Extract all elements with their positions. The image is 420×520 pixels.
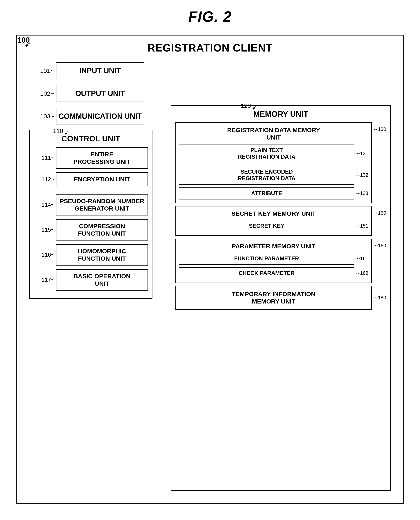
reg-data-outer-box: REGISTRATION DATA MEMORYUNIT PLAIN TEXTR… [175,122,372,203]
ref-114: 114~ [34,202,54,208]
control-unit-label: CONTROL UNIT [34,132,148,143]
ref-116: 116~ [34,252,54,258]
ref-162: ∼162 [356,270,368,276]
prng-box: PSEUDO-RANDOM NUMBERGENERATOR UNIT [56,194,148,215]
memory-unit-container: MEMORY UNIT REGISTRATION DATA MEMORYUNIT… [171,105,391,491]
plain-text-row: PLAIN TEXTREGISTRATION DATA ∼131 [179,144,368,163]
basic-op-row: 117~ BASIC OPERATIONUNIT [34,269,148,291]
encryption-row: 112~ ENCRYPTION UNIT [34,172,148,186]
ref-115: 115~ [34,226,54,233]
output-unit-box: OUTPUT UNIT [56,85,144,102]
plain-text-box: PLAIN TEXTREGISTRATION DATA [179,144,354,163]
parameter-section: PARAMETER MEMORY UNIT FUNCTION PARAMETER… [175,239,386,283]
parameter-outer-box: PARAMETER MEMORY UNIT FUNCTION PARAMETER… [175,239,372,283]
reg-client-label: REGISTRATION CLIENT [17,36,403,58]
attribute-box: ATTRIBUTE [179,187,354,199]
ref-111: 111~ [34,155,54,161]
function-param-row: FUNCTION PARAMETER ∼161 [179,253,368,265]
secret-key-box: SECRET KEY [179,220,354,232]
entire-processing-row: 111~ ENTIREPROCESSING UNIT [34,147,148,169]
compression-row: 115~ COMPRESSIONFUNCTION UNIT [34,219,148,241]
function-param-box: FUNCTION PARAMETER [179,253,354,265]
ref-132: ∼132 [356,172,368,178]
secure-encoded-box: SECURE ENCODEDREGISTRATION DATA [179,166,354,185]
attribute-row: ATTRIBUTE ∼133 [179,187,368,199]
check-param-box: CHECK PARAMETER [179,267,354,279]
ref-117: 117~ [34,277,54,283]
page: FIG. 2 100 ➹ REGISTRATION CLIENT 101~ IN… [0,0,420,520]
ref-133: ∼133 [356,190,368,196]
outer-container: REGISTRATION CLIENT 101~ INPUT UNIT 102~… [16,35,404,504]
left-col: 101~ INPUT UNIT 102~ OUTPUT UNIT 103~ CO… [29,62,144,131]
control-unit-container: CONTROL UNIT 111~ ENTIREPROCESSING UNIT … [29,130,152,299]
ref-103: 103~ [29,113,54,120]
encryption-box: ENCRYPTION UNIT [56,172,148,186]
memory-unit-label: MEMORY UNIT [175,108,386,119]
ref-112: 112~ [34,176,54,183]
ref-151: ∼151 [356,223,368,229]
entire-processing-box: ENTIREPROCESSING UNIT [56,147,148,169]
fig-title: FIG. 2 [0,0,420,31]
ref-102: 102~ [29,90,54,97]
input-unit-box: INPUT UNIT [56,62,144,79]
input-unit-row: 101~ INPUT UNIT [29,62,144,79]
ref-101: 101~ [29,67,54,74]
secret-key-outer-box: SECRET KEY MEMORY UNIT SECRET KEY ∼151 [175,206,372,236]
temp-info-section: TEMPORARY INFORMATIONMEMORY UNIT ∼180 [175,286,386,310]
temp-info-box: TEMPORARY INFORMATIONMEMORY UNIT [175,286,372,310]
homomorphic-row: 116~ HOMOMORPHICFUNCTION UNIT [34,244,148,265]
secret-key-outer-label: SECRET KEY MEMORY UNIT [179,209,368,220]
reg-data-outer-label: REGISTRATION DATA MEMORYUNIT [179,125,368,144]
parameter-outer-label: PARAMETER MEMORY UNIT [179,241,368,253]
comm-unit-box: COMMUNICATION UNIT [56,108,144,125]
homomorphic-box: HOMOMORPHICFUNCTION UNIT [56,244,148,265]
check-param-row: CHECK PARAMETER ∼162 [179,267,368,279]
ref-160: ∼160 [374,243,386,249]
ref-150: ∼150 [374,210,386,216]
secure-encoded-row: SECURE ENCODEDREGISTRATION DATA ∼132 [179,166,368,185]
output-unit-row: 102~ OUTPUT UNIT [29,85,144,102]
ref-180: ∼180 [374,295,386,301]
comm-unit-row: 103~ COMMUNICATION UNIT [29,108,144,125]
prng-row: 114~ PSEUDO-RANDOM NUMBERGENERATOR UNIT [34,194,148,215]
secret-key-section: SECRET KEY MEMORY UNIT SECRET KEY ∼151 ∼… [175,206,386,236]
secret-key-row: SECRET KEY ∼151 [179,220,368,232]
ref-130: ∼130 [374,126,386,132]
reg-data-section: REGISTRATION DATA MEMORYUNIT PLAIN TEXTR… [175,122,386,203]
ref-131: ∼131 [356,151,368,156]
ref-161: ∼161 [356,256,368,261]
compression-box: COMPRESSIONFUNCTION UNIT [56,219,148,241]
basic-op-box: BASIC OPERATIONUNIT [56,269,148,291]
